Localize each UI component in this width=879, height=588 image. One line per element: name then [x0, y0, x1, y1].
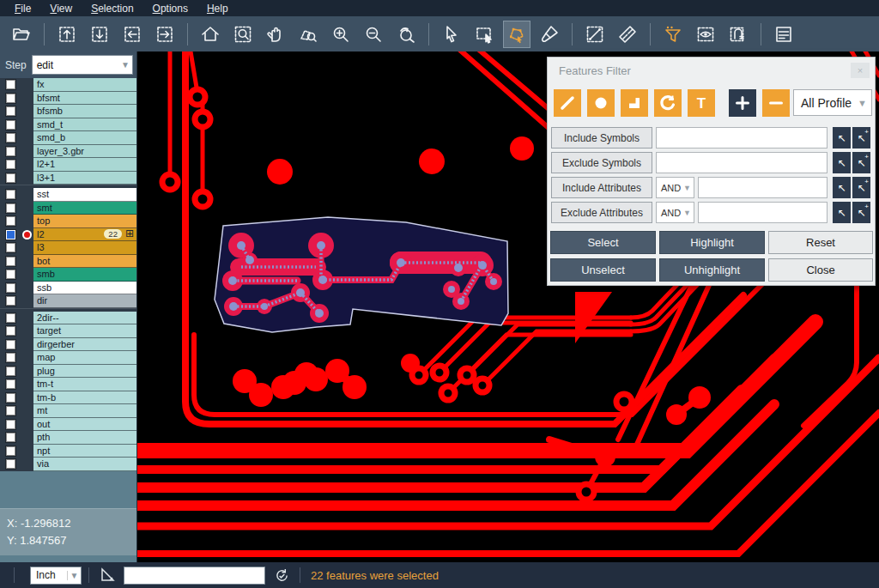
- layer-checkbox[interactable]: [6, 420, 15, 429]
- layer-label[interactable]: plug: [33, 365, 136, 379]
- active-layer-indicator-cell[interactable]: [21, 338, 33, 352]
- layer-checkbox[interactable]: [6, 243, 15, 252]
- layer-label[interactable]: layer_3.gbr: [33, 145, 136, 159]
- layer-label[interactable]: sst: [33, 188, 136, 202]
- home-button[interactable]: [197, 21, 224, 48]
- layer-checkbox[interactable]: [6, 216, 15, 226]
- grid-icon[interactable]: ⊞: [125, 229, 134, 239]
- layer-checkbox[interactable]: [6, 340, 15, 349]
- layer-row-pth[interactable]: pth: [0, 431, 136, 445]
- layer-label[interactable]: 2dir--: [33, 312, 136, 325]
- layer-checkbox[interactable]: [6, 459, 15, 469]
- exclude-attributes-button[interactable]: Exclude Attributes: [551, 202, 652, 223]
- layer-label[interactable]: bot: [33, 255, 136, 269]
- layer-label[interactable]: bfsmt: [33, 92, 136, 106]
- select-button[interactable]: Select: [550, 231, 656, 254]
- layer-label[interactable]: l2+1: [33, 158, 136, 172]
- measure-button[interactable]: [581, 21, 609, 48]
- layer-checkbox[interactable]: [6, 353, 15, 362]
- open-folder-button[interactable]: [8, 21, 35, 48]
- brush-button[interactable]: [536, 21, 563, 48]
- layer-label[interactable]: npt: [33, 445, 136, 458]
- layer-label[interactable]: dirgerber: [33, 338, 136, 352]
- layer-label[interactable]: top: [33, 215, 136, 228]
- layer-checkbox[interactable]: [6, 203, 15, 213]
- layer-checkbox[interactable]: [6, 257, 15, 266]
- snap-button[interactable]: [724, 21, 752, 48]
- step-select[interactable]: edit ▼: [32, 55, 133, 75]
- unit-select[interactable]: Inch ▼: [30, 567, 82, 585]
- layer-checkbox[interactable]: [6, 190, 15, 199]
- active-layer-indicator-cell[interactable]: [21, 431, 33, 445]
- layer-checkbox[interactable]: [6, 230, 15, 239]
- text-feature-button[interactable]: T: [688, 89, 715, 117]
- layer-checkbox[interactable]: [6, 446, 15, 456]
- layer-row-tm-t[interactable]: tm-t: [0, 378, 136, 391]
- active-layer-indicator-cell[interactable]: [21, 145, 33, 159]
- layer-row-smt[interactable]: smt: [0, 202, 136, 215]
- pick-attribute-icon[interactable]: ↖: [833, 202, 851, 223]
- layer-row-fx[interactable]: fx: [0, 78, 136, 92]
- layer-row-tm-b[interactable]: tm-b: [0, 391, 136, 405]
- layer-label[interactable]: pth: [33, 431, 136, 445]
- layer-row-smd_t[interactable]: smd_t: [0, 118, 136, 132]
- layer-row-map[interactable]: map: [0, 351, 136, 365]
- dialog-title-bar[interactable]: Features Filter: [548, 58, 875, 83]
- active-layer-indicator-cell[interactable]: [21, 78, 33, 92]
- layer-row-target[interactable]: target: [0, 324, 136, 338]
- close-icon[interactable]: ×: [851, 63, 870, 78]
- active-layer-indicator-cell[interactable]: [21, 172, 33, 185]
- pan-left-button[interactable]: [118, 21, 146, 48]
- layer-checkbox[interactable]: [6, 173, 15, 183]
- layer-label[interactable]: dir: [33, 294, 136, 308]
- layer-checkbox[interactable]: [6, 106, 15, 116]
- active-layer-indicator-cell[interactable]: [21, 118, 33, 132]
- layer-row-l2+1[interactable]: l2+1: [0, 158, 136, 172]
- layer-checkbox[interactable]: [6, 160, 15, 169]
- active-layer-indicator-cell[interactable]: [21, 378, 33, 391]
- view-eye-button[interactable]: [692, 21, 719, 48]
- layer-row-l3+1[interactable]: l3+1: [0, 172, 136, 185]
- menu-view[interactable]: View: [40, 3, 82, 15]
- command-input[interactable]: [124, 567, 265, 585]
- layer-checkbox[interactable]: [6, 94, 15, 103]
- highlight-button[interactable]: Highlight: [659, 231, 765, 254]
- layer-checkbox[interactable]: [6, 313, 15, 323]
- profile-select[interactable]: All Profile ▼: [793, 89, 872, 116]
- layer-label[interactable]: tm-t: [33, 378, 136, 391]
- layer-row-layer_3.gbr[interactable]: layer_3.gbr: [0, 145, 136, 159]
- pick-add-attribute-icon[interactable]: ↖+: [852, 202, 870, 223]
- unselect-button[interactable]: Unselect: [550, 258, 656, 282]
- include-symbols-button[interactable]: Include Symbols: [551, 127, 652, 149]
- active-layer-indicator-cell[interactable]: [21, 312, 33, 325]
- include-attributes-button[interactable]: Include Attributes: [551, 177, 652, 198]
- layer-label[interactable]: out: [33, 418, 136, 432]
- active-layer-indicator-cell[interactable]: [21, 404, 33, 418]
- zoom-previous-button[interactable]: [392, 21, 420, 48]
- active-layer-indicator-cell[interactable]: [21, 324, 33, 338]
- active-layer-indicator-cell[interactable]: [21, 215, 33, 228]
- layer-label[interactable]: smd_b: [33, 131, 136, 145]
- ruler-button[interactable]: [614, 21, 641, 48]
- active-layer-indicator-cell[interactable]: [21, 458, 33, 471]
- layer-label[interactable]: smb: [33, 268, 136, 282]
- layer-row-bfsmt[interactable]: bfsmt: [0, 92, 136, 106]
- include-symbols-field[interactable]: [656, 127, 827, 149]
- layer-checkbox[interactable]: [6, 379, 15, 389]
- layer-row-2dir--[interactable]: 2dir--: [0, 312, 136, 325]
- layer-label[interactable]: mt: [33, 404, 136, 418]
- layer-checkbox[interactable]: [6, 393, 15, 403]
- active-layer-indicator-cell[interactable]: [21, 445, 33, 458]
- plus-feature-button[interactable]: [729, 89, 756, 117]
- pan-down-button[interactable]: [86, 21, 113, 48]
- rect-select-button[interactable]: [470, 21, 498, 48]
- layer-label[interactable]: l222⊞: [33, 228, 136, 242]
- layer-row-l2[interactable]: l222⊞: [0, 228, 136, 242]
- pan-hand-button[interactable]: [262, 21, 289, 48]
- layer-row-dirgerber[interactable]: dirgerber: [0, 338, 136, 352]
- include-attributes-field[interactable]: [698, 177, 827, 198]
- pick-add-attribute-icon[interactable]: ↖+: [852, 177, 870, 198]
- select-arrow-button[interactable]: [438, 21, 465, 48]
- menu-selection[interactable]: Selection: [82, 3, 142, 15]
- pad-feature-button[interactable]: [587, 89, 615, 117]
